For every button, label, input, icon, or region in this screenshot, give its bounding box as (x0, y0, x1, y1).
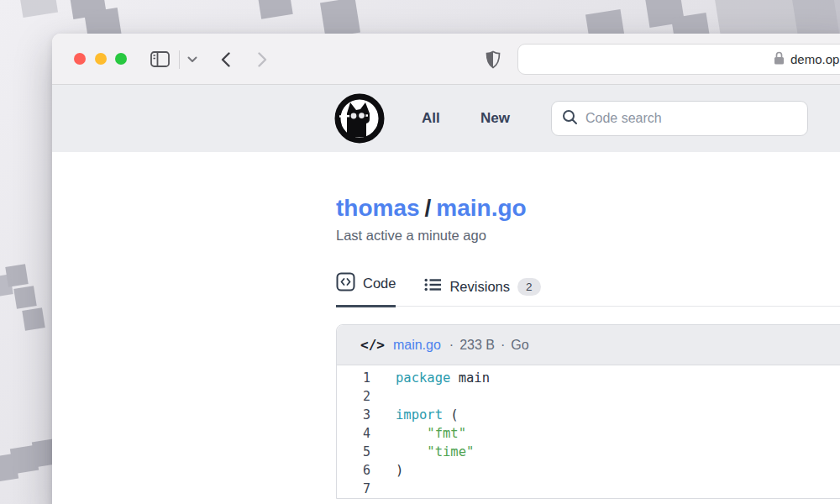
line-number: 5 (337, 443, 370, 461)
toolbar-divider (179, 50, 180, 69)
code-line: 4 "fmt" (337, 424, 840, 443)
search-icon (562, 109, 578, 129)
code-file-icon: </> (360, 337, 385, 353)
line-code: "fmt" (396, 424, 466, 443)
code-line: 3import ( (337, 406, 840, 424)
site-header: All New (52, 85, 840, 152)
tab-code-label: Code (363, 276, 396, 291)
revisions-list-icon (424, 277, 442, 296)
file-meta-sep1: · (449, 338, 454, 353)
title-separator: / (420, 195, 437, 221)
line-code: ) (396, 461, 403, 480)
code-line: 1package main (337, 369, 840, 387)
nav-all-link[interactable]: All (422, 85, 440, 152)
line-number: 3 (337, 406, 370, 424)
line-number: 7 (337, 480, 370, 498)
line-code: package main (396, 369, 490, 387)
nav-new-link[interactable]: New (480, 85, 510, 152)
line-number: 1 (337, 369, 370, 387)
file-title-link[interactable]: main.go (436, 195, 526, 221)
file-meta-sep2: · (501, 338, 505, 353)
code-viewer: 1package main23import (4 "fmt"5 "time"6)… (337, 365, 840, 498)
tab-code[interactable]: Code (336, 272, 396, 307)
search-input[interactable] (585, 111, 797, 126)
code-search-box[interactable] (551, 101, 808, 136)
lock-icon[interactable] (774, 51, 785, 68)
gist-title: thomas/main.go (336, 152, 840, 223)
url-bar[interactable]: demo.op (517, 44, 840, 75)
file-card: </> main.go · 233 B · Go 1package main23… (336, 324, 840, 499)
tab-revisions-label: Revisions (449, 279, 510, 295)
code-line: 6) (337, 461, 840, 480)
url-text: demo.op (790, 52, 839, 66)
back-button[interactable] (215, 34, 235, 85)
last-active-text: Last active a minute ago (336, 228, 840, 244)
code-line: 2 (337, 387, 840, 406)
browser-toolbar: demo.op (52, 34, 840, 85)
privacy-shield-icon[interactable] (482, 34, 504, 85)
forward-button[interactable] (252, 34, 272, 85)
owner-link[interactable]: thomas (336, 195, 420, 221)
close-button[interactable] (74, 53, 86, 65)
code-line: 7 (337, 480, 840, 498)
file-card-header: </> main.go · 233 B · Go (337, 325, 840, 365)
chevron-down-icon[interactable] (183, 34, 202, 85)
opengist-logo[interactable] (334, 93, 385, 144)
page-content: thomas/main.go Last active a minute ago … (52, 152, 840, 504)
line-number: 4 (337, 424, 370, 443)
revisions-count-badge: 2 (517, 278, 541, 296)
sidebar-toggle-icon[interactable] (147, 34, 172, 85)
file-language: Go (511, 338, 528, 353)
tab-revisions[interactable]: Revisions 2 (424, 277, 540, 306)
browser-window: demo.op All New (52, 34, 840, 504)
line-code: "time" (396, 443, 474, 461)
tab-bar: Code Revisions 2 (336, 272, 840, 307)
code-line: 5 "time" (337, 443, 840, 461)
file-name-link[interactable]: main.go (393, 338, 441, 353)
line-number: 2 (337, 387, 370, 406)
file-size: 233 B (459, 338, 495, 353)
line-number: 6 (337, 461, 370, 480)
code-tab-icon (336, 272, 355, 295)
minimize-button[interactable] (95, 53, 107, 65)
fullscreen-button[interactable] (115, 53, 127, 65)
line-code: import ( (396, 406, 459, 424)
